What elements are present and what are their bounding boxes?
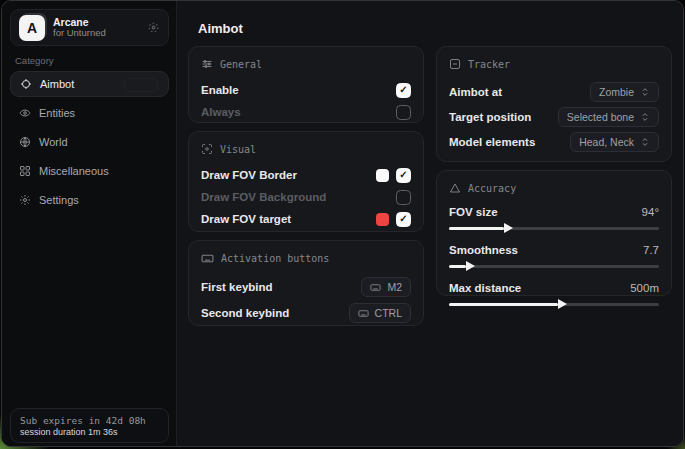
setting-label: First keybind	[201, 281, 273, 293]
setting-row-fov-border: Draw FOV Border ✓	[201, 164, 411, 186]
setting-label: Second keybind	[201, 307, 289, 319]
sidebar-item-miscellaneous[interactable]: Miscellaneous	[10, 158, 169, 184]
grid-icon	[19, 165, 31, 177]
sidebar-item-aimbot[interactable]: Aimbot	[10, 71, 169, 97]
setting-row-always: Always	[201, 101, 411, 123]
fov-background-checkbox[interactable]	[396, 190, 411, 205]
tracker-card: Tracker Aimbot at Zombie Target position…	[436, 46, 672, 162]
setting-row-model-elements: Model elements Head, Neck	[449, 129, 659, 154]
fov-border-checkbox[interactable]: ✓	[396, 168, 411, 183]
globe-icon	[19, 136, 31, 148]
setting-label: Max distance	[449, 282, 521, 294]
setting-label: Smoothness	[449, 244, 518, 256]
refresh-icon[interactable]	[147, 21, 160, 34]
entities-icon	[19, 107, 31, 119]
slider-thumb[interactable]	[466, 261, 475, 271]
fov-size-slider[interactable]	[449, 227, 659, 230]
second-keybind-button[interactable]: CTRL	[349, 303, 411, 323]
smoothness-slider-group: Smoothness 7.7	[449, 241, 659, 268]
setting-label: Draw FOV Background	[201, 191, 326, 203]
setting-row-enable: Enable ✓	[201, 79, 411, 101]
max-distance-slider-group: Max distance 500m	[449, 279, 659, 306]
setting-row-first-keybind: First keybind M2	[201, 274, 411, 300]
chevrons-up-down-icon	[640, 137, 650, 147]
setting-label: Enable	[201, 84, 239, 96]
fov-size-slider-group: FOV size 94°	[449, 203, 659, 230]
crosshair-icon	[20, 78, 32, 90]
setting-label: Aimbot at	[449, 86, 502, 98]
smoothness-slider[interactable]	[449, 265, 659, 268]
session-duration-text: session duration 1m 36s	[20, 427, 159, 437]
main-panel: Aimbot General Enable ✓ Always	[177, 1, 683, 446]
sub-expiry-text: Sub expires in 42d 08h	[20, 415, 159, 426]
card-title: Activation buttons	[221, 253, 329, 264]
gear-icon	[19, 194, 31, 206]
app-window: A Arcane for Unturned Category Aimbot	[1, 0, 684, 447]
first-keybind-button[interactable]: M2	[361, 277, 411, 297]
slider-value: 94°	[642, 206, 659, 218]
max-distance-slider[interactable]	[449, 303, 659, 306]
sliders-icon	[201, 58, 213, 70]
aimbot-at-select[interactable]: Zombie	[590, 82, 659, 102]
sidebar: A Arcane for Unturned Category Aimbot	[2, 1, 177, 446]
sidebar-item-label: Aimbot	[40, 78, 74, 90]
general-card: General Enable ✓ Always	[188, 46, 424, 123]
enable-checkbox[interactable]: ✓	[396, 83, 411, 98]
sidebar-item-label: Settings	[39, 194, 79, 206]
sidebar-item-label: World	[39, 136, 68, 148]
activation-card: Activation buttons First keybind M2 Seco…	[188, 240, 424, 326]
setting-row-fov-background: Draw FOV Background	[201, 186, 411, 208]
brand-card: A Arcane for Unturned	[10, 9, 169, 46]
keyboard-icon	[370, 282, 381, 293]
select-value: Selected bone	[567, 111, 634, 123]
slider-thumb[interactable]	[558, 299, 567, 309]
setting-label: Always	[201, 106, 241, 118]
slider-thumb[interactable]	[504, 223, 513, 233]
keybind-value: CTRL	[375, 307, 402, 319]
card-title: Tracker	[468, 59, 510, 70]
setting-label: Model elements	[449, 136, 535, 148]
triangle-icon	[449, 182, 461, 194]
chevrons-up-down-icon	[640, 112, 650, 122]
sidebar-item-label: Miscellaneous	[39, 165, 109, 177]
brand-logo: A	[19, 15, 45, 41]
sidebar-nav: Aimbot Entities World	[10, 71, 169, 216]
card-title: Visual	[220, 144, 256, 155]
setting-label: Draw FOV target	[201, 213, 291, 225]
setting-row-target-position: Target position Selected bone	[449, 104, 659, 129]
sidebar-item-entities[interactable]: Entities	[10, 100, 169, 126]
sidebar-item-world[interactable]: World	[10, 129, 169, 155]
always-checkbox[interactable]	[396, 105, 411, 120]
sidebar-item-label: Entities	[39, 107, 75, 119]
brand-subtitle: for Unturned	[53, 28, 139, 39]
category-label: Category	[15, 55, 54, 66]
card-title: General	[220, 59, 262, 70]
subscription-info: Sub expires in 42d 08h session duration …	[10, 408, 169, 443]
keybind-value: M2	[387, 281, 402, 293]
color-swatch-red[interactable]	[376, 213, 389, 226]
target-position-select[interactable]: Selected bone	[558, 107, 659, 127]
visual-card: Visual Draw FOV Border ✓ Draw FOV Backgr…	[188, 131, 424, 232]
select-value: Head, Neck	[579, 136, 634, 148]
setting-row-second-keybind: Second keybind CTRL	[201, 300, 411, 326]
keybind-hint-badge	[124, 78, 158, 92]
page-title: Aimbot	[198, 21, 243, 36]
color-swatch-white[interactable]	[376, 169, 389, 182]
setting-row-fov-target: Draw FOV target ✓	[201, 208, 411, 230]
chevrons-up-down-icon	[640, 87, 650, 97]
setting-label: FOV size	[449, 206, 498, 218]
fov-target-checkbox[interactable]: ✓	[396, 212, 411, 227]
select-value: Zombie	[599, 86, 634, 98]
setting-label: Draw FOV Border	[201, 169, 297, 181]
setting-label: Target position	[449, 111, 531, 123]
keyboard-icon	[358, 308, 369, 319]
slider-value: 7.7	[643, 244, 659, 256]
slider-value: 500m	[630, 282, 659, 294]
sidebar-item-settings[interactable]: Settings	[10, 187, 169, 213]
accuracy-card: Accuracy FOV size 94° Smoothness 7.7	[436, 170, 672, 296]
eye-scan-icon	[201, 143, 213, 155]
keyboard-icon	[201, 252, 214, 265]
tracker-icon	[449, 58, 461, 70]
model-elements-select[interactable]: Head, Neck	[570, 132, 659, 152]
setting-row-aimbot-at: Aimbot at Zombie	[449, 79, 659, 104]
